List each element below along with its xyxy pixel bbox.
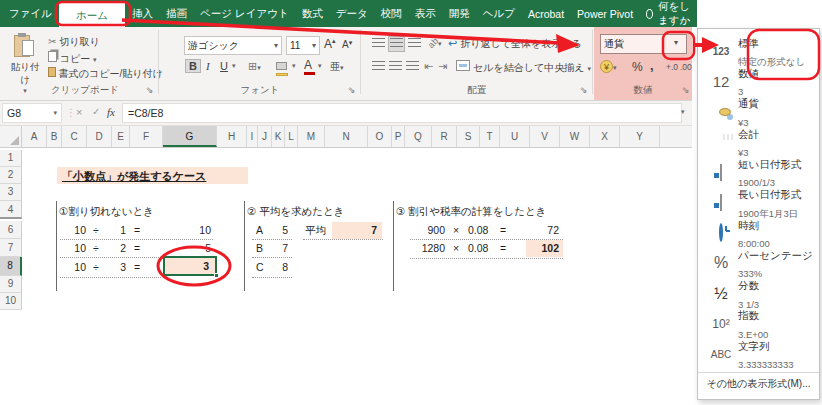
tab-file[interactable]: ファイル	[9, 0, 52, 27]
font-size-dropdown-icon[interactable]: ▾	[312, 41, 316, 50]
col-header-c[interactable]: C	[62, 126, 87, 147]
decrease-indent-button[interactable]: ⇤	[424, 60, 433, 73]
col-header-g[interactable]: G	[163, 126, 217, 147]
tab-draw[interactable]: 描画	[166, 7, 187, 21]
align-right-button[interactable]	[406, 61, 419, 73]
col-header-e[interactable]: E	[112, 126, 130, 147]
align-center-button[interactable]	[389, 61, 402, 73]
increase-indent-button[interactable]: ⇥	[438, 60, 447, 73]
grow-font-button[interactable]: A▴	[324, 37, 336, 51]
row-header-10[interactable]: 10	[0, 293, 22, 310]
cell-e7[interactable]: 2	[108, 242, 126, 254]
orientation-button[interactable]: ab▾	[428, 36, 442, 48]
tell-me-search[interactable]: 何をしますか	[646, 0, 697, 28]
row-header-8[interactable]: 8	[0, 257, 22, 276]
format-painter-button[interactable]: 書式のコピー/貼り付け	[48, 67, 163, 81]
cell-s6[interactable]: 0.08	[468, 224, 488, 236]
accounting-format-button[interactable]: ¥▾	[600, 60, 617, 73]
avg-label-cell[interactable]: 平均	[305, 224, 326, 238]
name-box-dropdown-icon[interactable]: ▾	[53, 104, 57, 122]
cancel-button[interactable]: ×	[76, 106, 82, 118]
menu-item-time[interactable]: 時刻 8:00:00	[698, 218, 819, 248]
font-name-combo[interactable]: 游ゴシック ▾	[184, 36, 282, 55]
col-header-d[interactable]: D	[87, 126, 112, 147]
cell-g6[interactable]: 10	[180, 224, 211, 236]
cell-r6[interactable]: ×	[453, 224, 459, 236]
col-header-x[interactable]: X	[590, 126, 620, 147]
menu-more-formats[interactable]: その他の表示形式(M)...	[698, 372, 819, 394]
align-top-button[interactable]	[372, 38, 385, 50]
col-header-k[interactable]: K	[272, 126, 285, 147]
menu-item-general[interactable]: 123 標準 特定の形式なし	[698, 36, 819, 66]
col-header-h[interactable]: H	[217, 126, 247, 147]
tab-insert[interactable]: 挿入	[132, 7, 153, 21]
enter-button[interactable]: ✓	[92, 106, 100, 117]
menu-item-currency[interactable]: 通貨 ¥3	[698, 97, 819, 127]
cell-g7[interactable]: 5	[180, 242, 211, 254]
number-format-dropdown-arrow[interactable]: ▾	[674, 38, 678, 47]
comma-style-button[interactable]: ,	[650, 58, 654, 73]
col-header-w[interactable]: W	[560, 126, 590, 147]
font-size-combo[interactable]: 11 ▾	[286, 36, 320, 55]
insert-function-button[interactable]: fx	[107, 106, 115, 118]
col-header-a[interactable]: A	[22, 126, 47, 147]
col-header-y[interactable]: Y	[620, 126, 660, 147]
cell-c8[interactable]: 10	[62, 261, 86, 273]
col-header-m[interactable]: M	[298, 126, 325, 147]
phonetic-guide-button[interactable]: 亜▾	[330, 60, 344, 74]
col-header-q[interactable]: Q	[405, 126, 432, 147]
col-header-s[interactable]: S	[457, 126, 480, 147]
tab-help[interactable]: ヘルプ	[483, 7, 515, 21]
row-header-7[interactable]: 7	[0, 239, 22, 257]
cell-d8[interactable]: ÷	[93, 261, 99, 273]
menu-item-short-date[interactable]: 短い日付形式 1900/1/3	[698, 157, 819, 187]
italic-button[interactable]: I	[206, 60, 210, 72]
align-left-button[interactable]	[372, 61, 385, 73]
cell-d7[interactable]: ÷	[93, 242, 99, 254]
menu-item-scientific[interactable]: 10² 指数 3.E+00	[698, 309, 819, 339]
fill-color-dropdown-icon[interactable]: ▾	[292, 62, 296, 70]
number-dialog-launcher[interactable]: ⇘	[682, 85, 690, 95]
col-header-p[interactable]: P	[392, 126, 405, 147]
cell-k8[interactable]: 8	[272, 261, 288, 273]
fill-color-button[interactable]	[276, 60, 288, 76]
paste-button[interactable]: 貼り付け ▾	[8, 33, 42, 95]
col-header-b[interactable]: B	[47, 126, 62, 147]
clipboard-dialog-launcher[interactable]: ⇘	[146, 85, 154, 95]
cell-j7[interactable]: B	[256, 242, 263, 254]
underline-button[interactable]: U	[220, 60, 228, 72]
align-middle-button[interactable]	[389, 37, 404, 51]
cell-c7[interactable]: 10	[62, 242, 86, 254]
menu-item-accounting[interactable]: 会計 ¥3	[698, 127, 819, 157]
cell-e6[interactable]: 1	[108, 224, 126, 236]
cell-j8[interactable]: C	[256, 261, 264, 273]
shrink-font-button[interactable]: A▾	[342, 39, 352, 50]
percent-style-button[interactable]: %	[632, 60, 643, 74]
merge-center-button[interactable]: セルを結合して中央揃え ▾	[456, 60, 591, 75]
menu-item-percentage[interactable]: % パーセンテージ 333%	[698, 248, 819, 278]
fill-handle[interactable]	[214, 273, 219, 278]
row-header-4[interactable]: 4	[0, 201, 22, 219]
tab-power-pivot[interactable]: Power Pivot	[577, 8, 633, 20]
cell-d6[interactable]: ÷	[93, 224, 99, 236]
copy-button[interactable]: コピー ▾	[48, 51, 97, 66]
col-header-v[interactable]: V	[530, 126, 560, 147]
name-box[interactable]: G8 ▾	[2, 103, 62, 123]
tab-developer[interactable]: 開発	[449, 7, 470, 21]
tab-page-layout[interactable]: ページ レイアウト	[200, 7, 289, 21]
row-header-6[interactable]: 6	[0, 221, 22, 239]
select-all-corner[interactable]	[0, 126, 22, 147]
col-header-i[interactable]: I	[247, 126, 258, 147]
tab-acrobat[interactable]: Acrobat	[528, 8, 564, 20]
col-header-r[interactable]: R	[432, 126, 457, 147]
col-header-l[interactable]: L	[285, 126, 298, 147]
tab-view[interactable]: 表示	[415, 7, 436, 21]
menu-item-fraction[interactable]: ½ 分数 3 1/3	[698, 278, 819, 308]
cell-q6[interactable]: 900	[412, 224, 445, 236]
cell-f8[interactable]: =	[134, 261, 140, 273]
row-header-2[interactable]: 2	[0, 167, 22, 184]
wrap-text-button[interactable]: ↩ 折り返して全体を表示する	[448, 37, 582, 51]
increase-decimal-button[interactable]: +.0	[666, 62, 678, 72]
cell-q7[interactable]: 1280	[412, 242, 445, 254]
underline-dropdown-icon[interactable]: ▾	[232, 62, 236, 70]
